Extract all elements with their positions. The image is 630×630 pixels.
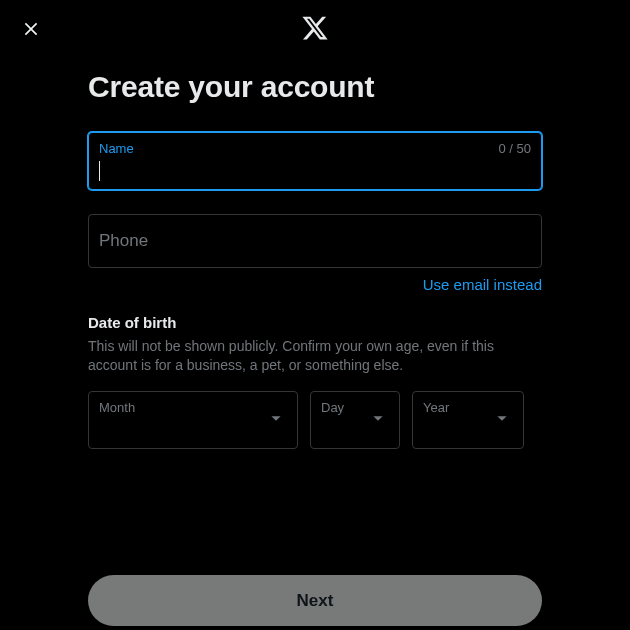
day-select-wrapper[interactable]: Day: [310, 391, 400, 449]
phone-placeholder: Phone: [89, 215, 541, 267]
page-title: Create your account: [88, 70, 542, 104]
dob-selects: Month Day Year: [88, 391, 542, 449]
x-logo-icon: [301, 14, 329, 46]
use-email-link[interactable]: Use email instead: [423, 276, 542, 293]
name-label: Name: [99, 141, 134, 156]
signup-modal: Create your account Name 0 / 50 Phone Us…: [0, 0, 630, 630]
close-button[interactable]: [14, 14, 48, 48]
next-button-label: Next: [297, 591, 334, 611]
phone-field-wrapper[interactable]: Phone: [88, 214, 542, 268]
name-field-wrapper[interactable]: Name 0 / 50: [88, 132, 542, 190]
use-email-row: Use email instead: [88, 276, 542, 294]
dob-description: This will not be shown publicly. Confirm…: [88, 337, 542, 375]
text-caret: [99, 161, 100, 181]
close-icon: [21, 19, 41, 43]
month-select-wrapper[interactable]: Month: [88, 391, 298, 449]
next-button[interactable]: Next: [88, 575, 542, 626]
dob-title: Date of birth: [88, 314, 542, 331]
name-counter: 0 / 50: [498, 141, 531, 156]
year-select-wrapper[interactable]: Year: [412, 391, 524, 449]
modal-content: Create your account Name 0 / 50 Phone Us…: [0, 0, 630, 449]
name-input[interactable]: [89, 133, 541, 189]
